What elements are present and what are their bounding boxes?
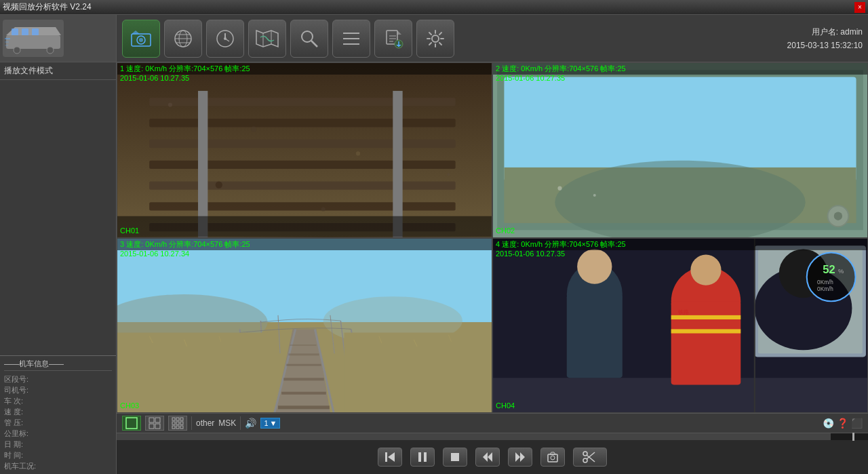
svg-rect-103 <box>671 315 741 319</box>
svg-text:0Km/h: 0Km/h <box>817 279 833 285</box>
svg-rect-78 <box>290 344 316 345</box>
svg-rect-126 <box>176 426 179 429</box>
channel-selector[interactable]: 1 ▼ <box>260 418 280 429</box>
stop-button[interactable] <box>443 448 467 467</box>
svg-rect-40 <box>117 63 492 237</box>
svg-point-108 <box>807 252 856 301</box>
svg-point-63 <box>834 212 842 220</box>
svg-rect-131 <box>424 452 427 462</box>
info-row-speed: 速 度: <box>4 406 112 417</box>
svg-rect-120 <box>176 418 179 420</box>
single-view-button[interactable] <box>122 416 141 431</box>
svg-point-50 <box>168 102 172 106</box>
svg-rect-4 <box>32 28 39 35</box>
svg-text:铁路: 铁路 <box>677 309 689 315</box>
info-row-status: 机车工况: <box>4 460 112 471</box>
svg-rect-121 <box>180 418 183 420</box>
globe-toolbar-button[interactable] <box>164 20 202 58</box>
svg-rect-104 <box>671 329 741 333</box>
video-timestamp-1: 2015-01-06 10.27.35 <box>120 74 189 82</box>
svg-point-22 <box>224 37 226 40</box>
svg-rect-3 <box>22 28 28 35</box>
svg-rect-117 <box>149 424 154 429</box>
svg-rect-99 <box>567 294 623 378</box>
stop-icon: ⬛ <box>851 418 863 429</box>
svg-rect-56 <box>117 216 492 237</box>
info-row-driver: 司机号: <box>4 384 112 395</box>
svg-point-26 <box>302 31 313 42</box>
svg-rect-0 <box>6 35 60 49</box>
app-title: 视频回放分析软件 V2.24 <box>3 1 92 13</box>
video-grid: 1 速度: 0Km/h 分辨率:704×576 帧率:25 2015-01-06… <box>117 62 868 413</box>
svg-point-65 <box>593 194 596 197</box>
video-cell-4[interactable]: 铁路 52 % 0Km/h 0Km/h 4 速度: 0Km/h 分辨率:704×… <box>492 238 868 414</box>
video-cell-3[interactable]: 3 速度: 0Km/h 分辨率:704×576 帧率:25 2015-01-06… <box>117 238 492 414</box>
svg-marker-32 <box>397 31 401 35</box>
svg-rect-77 <box>288 353 319 355</box>
svg-rect-75 <box>283 378 324 380</box>
svg-point-39 <box>432 35 439 42</box>
train-logo <box>3 20 64 57</box>
info-row-zone: 区段号: <box>4 374 112 384</box>
svg-rect-129 <box>385 452 387 462</box>
screenshot-button[interactable] <box>540 448 565 467</box>
progress-thumb <box>852 433 854 441</box>
svg-rect-118 <box>155 424 160 429</box>
channel-label-1: CH01 <box>120 226 139 235</box>
channel-label-3: CH03 <box>120 401 139 410</box>
svg-rect-48 <box>198 91 208 237</box>
svg-point-52 <box>356 151 360 155</box>
video-status-3: 3 速度: 0Km/h 分辨率:704×576 帧率:25 <box>117 239 492 250</box>
svg-rect-42 <box>149 119 455 127</box>
controls-bar: other MSK 🔊 1 ▼ 💿 ❓ ⬛ <box>117 413 868 433</box>
msk-button[interactable]: MSK <box>218 418 236 428</box>
svg-point-6 <box>47 47 54 54</box>
nine-view-button[interactable] <box>168 416 187 431</box>
svg-marker-13 <box>132 31 140 34</box>
list-toolbar-button[interactable] <box>332 20 370 58</box>
svg-point-53 <box>447 173 450 176</box>
svg-rect-124 <box>180 422 183 424</box>
forward-button[interactable] <box>508 448 532 467</box>
svg-point-101 <box>690 254 721 285</box>
disk-icon: 💿 <box>823 418 834 429</box>
svg-rect-2 <box>12 28 18 35</box>
svg-rect-114 <box>126 418 137 429</box>
svg-rect-44 <box>149 161 455 169</box>
progress-bar-container[interactable] <box>117 433 868 440</box>
search-toolbar-button[interactable] <box>290 20 328 58</box>
clock-toolbar-button[interactable] <box>206 20 244 58</box>
svg-point-138 <box>551 456 555 460</box>
divider-1 <box>191 416 192 430</box>
svg-marker-135 <box>515 452 520 462</box>
prev-button[interactable] <box>378 448 402 467</box>
svg-rect-41 <box>149 98 455 106</box>
video-cell-2[interactable]: 2 速度: 0Km/h 分辨率:704×576 帧率:25 2015-01-06… <box>492 62 868 238</box>
settings-toolbar-button[interactable] <box>416 20 454 58</box>
pause-button[interactable] <box>410 448 435 467</box>
progress-bar <box>117 433 831 440</box>
close-button[interactable]: × <box>854 2 865 13</box>
svg-rect-127 <box>180 426 183 429</box>
svg-marker-136 <box>520 452 525 462</box>
svg-marker-134 <box>483 452 488 462</box>
svg-point-55 <box>321 207 326 211</box>
video-cell-1[interactable]: 1 速度: 0Km/h 分辨率:704×576 帧率:25 2015-01-06… <box>117 62 492 238</box>
quad-view-button[interactable] <box>145 416 164 431</box>
svg-marker-139 <box>550 452 555 454</box>
svg-rect-73 <box>278 406 330 409</box>
map-toolbar-button[interactable] <box>248 20 286 58</box>
svg-point-64 <box>557 186 561 191</box>
camera-toolbar-button[interactable] <box>122 20 160 58</box>
header-toolbar: 用户名: admin 2015-03-13 15:32:10 <box>117 15 868 62</box>
help-icon[interactable]: ❓ <box>837 418 848 429</box>
rewind-button[interactable] <box>475 448 500 467</box>
svg-rect-125 <box>172 426 175 429</box>
sidebar: 播放文件模式 ——机车信息—— 区段号: 司机号: 车 次: 速 度: <box>0 15 117 474</box>
playback-mode-label: 播放文件模式 <box>0 62 116 80</box>
download-toolbar-button[interactable] <box>374 20 412 58</box>
volume-icon[interactable]: 🔊 <box>245 418 256 429</box>
other-button[interactable]: other <box>196 418 214 428</box>
cut-button[interactable] <box>573 448 607 467</box>
file-tree <box>0 80 116 355</box>
